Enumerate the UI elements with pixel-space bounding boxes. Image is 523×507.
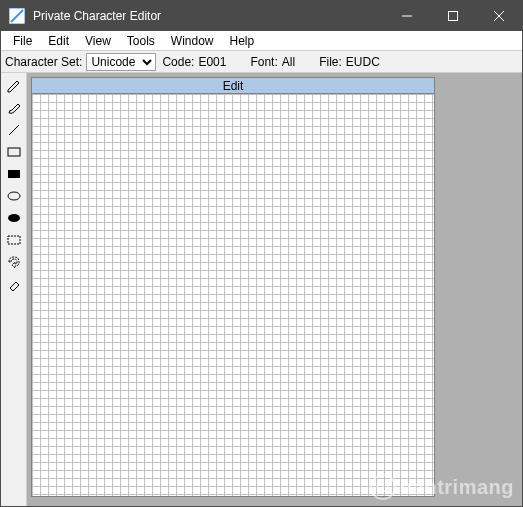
font-value: All <box>282 55 295 69</box>
line-tool[interactable] <box>1 119 27 141</box>
menubar: File Edit View Tools Window Help <box>1 31 522 51</box>
font-label: Font: <box>250 55 277 69</box>
svg-rect-7 <box>8 148 20 156</box>
maximize-button[interactable] <box>430 1 476 31</box>
rect-select-tool[interactable] <box>1 229 27 251</box>
canvas-area: Edit Ш uantrimang <box>27 73 522 506</box>
svg-point-9 <box>8 192 20 200</box>
brush-tool[interactable] <box>1 97 27 119</box>
svg-point-10 <box>8 214 20 222</box>
charset-label: Character Set: <box>5 55 82 69</box>
freeform-select-tool[interactable] <box>1 251 27 273</box>
window-title: Private Character Editor <box>33 9 384 23</box>
menu-tools[interactable]: Tools <box>119 32 163 50</box>
svg-rect-8 <box>8 170 20 178</box>
menu-view[interactable]: View <box>77 32 119 50</box>
charset-select[interactable]: Unicode <box>86 53 156 71</box>
edit-frame: Edit <box>31 77 435 497</box>
client-area: Edit Ш uantrimang <box>1 73 522 506</box>
app-window: Private Character Editor File Edit View … <box>0 0 523 507</box>
infobar: Character Set: Unicode Code: E001 Font: … <box>1 51 522 73</box>
titlebar: Private Character Editor <box>1 1 522 31</box>
menu-help[interactable]: Help <box>222 32 263 50</box>
close-button[interactable] <box>476 1 522 31</box>
ellipse-tool[interactable] <box>1 185 27 207</box>
svg-rect-3 <box>449 12 458 21</box>
file-value: EUDC <box>346 55 380 69</box>
pencil-tool[interactable] <box>1 75 27 97</box>
menu-edit[interactable]: Edit <box>40 32 77 50</box>
code-value: E001 <box>198 55 226 69</box>
filled-ellipse-tool[interactable] <box>1 207 27 229</box>
svg-rect-11 <box>8 236 20 244</box>
toolbox <box>1 73 27 506</box>
rectangle-tool[interactable] <box>1 141 27 163</box>
window-controls <box>384 1 522 31</box>
svg-line-6 <box>9 125 19 135</box>
edit-header: Edit <box>32 78 434 94</box>
menu-file[interactable]: File <box>5 32 40 50</box>
minimize-button[interactable] <box>384 1 430 31</box>
menu-window[interactable]: Window <box>163 32 222 50</box>
eraser-tool[interactable] <box>1 273 27 295</box>
filled-rectangle-tool[interactable] <box>1 163 27 185</box>
edit-grid[interactable] <box>32 94 434 496</box>
app-icon <box>9 8 25 24</box>
code-label: Code: <box>162 55 194 69</box>
file-label: File: <box>319 55 342 69</box>
